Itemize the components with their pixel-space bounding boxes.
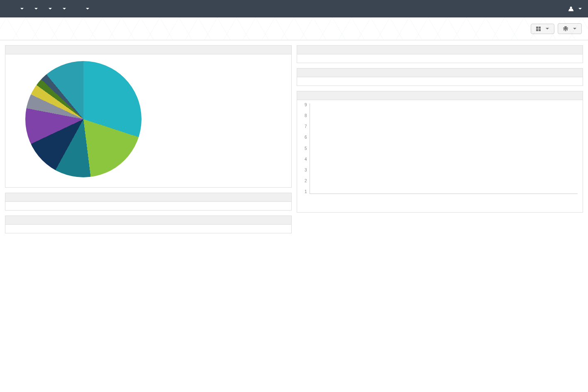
panel-apps: [5, 216, 292, 233]
last-updated: [9, 204, 288, 208]
panel-title: [5, 193, 291, 202]
chevron-down-icon: [86, 8, 89, 10]
chevron-down-icon: [34, 8, 38, 10]
nav-reporting[interactable]: [61, 8, 66, 10]
chevron-down-icon: [20, 8, 24, 10]
panel-title: [297, 69, 583, 77]
chevron-down-icon: [63, 8, 66, 10]
panel-inventory: [297, 68, 583, 86]
grid-icon: [536, 27, 541, 31]
panel-title: [5, 216, 291, 225]
navbar: [0, 0, 588, 17]
switch-dashboard-button[interactable]: [531, 24, 554, 34]
last-updated: [300, 57, 580, 60]
panel-line-chart: 987654321: [297, 91, 583, 213]
user-icon: [568, 6, 573, 11]
user-menu[interactable]: [568, 6, 582, 11]
panel-title: [5, 46, 291, 54]
last-updated: [300, 206, 580, 210]
panel-title: [297, 91, 583, 100]
panel-top-os: [5, 45, 292, 188]
line-chart[interactable]: 987654321: [300, 103, 580, 206]
panel-title: [297, 46, 583, 54]
panel-unsupported: [297, 45, 583, 63]
panel-vuln: [5, 193, 292, 211]
nav-dashboard[interactable]: [19, 8, 24, 10]
gear-icon: [563, 26, 568, 31]
chevron-down-icon: [573, 28, 576, 29]
options-button[interactable]: [558, 23, 582, 34]
page-header: [0, 17, 588, 40]
nav-scans[interactable]: [47, 8, 52, 10]
pie-chart[interactable]: [25, 61, 142, 177]
chevron-down-icon: [546, 28, 549, 29]
last-updated: [9, 227, 288, 230]
nav: [19, 8, 568, 10]
nav-workflow[interactable]: [84, 8, 89, 10]
nav-analysis[interactable]: [33, 8, 38, 10]
y-axis: 987654321: [300, 103, 309, 194]
last-updated: [300, 80, 580, 83]
chevron-down-icon: [578, 8, 582, 10]
plot-area: [310, 103, 578, 194]
chevron-down-icon: [49, 8, 52, 10]
last-updated: [9, 181, 288, 185]
